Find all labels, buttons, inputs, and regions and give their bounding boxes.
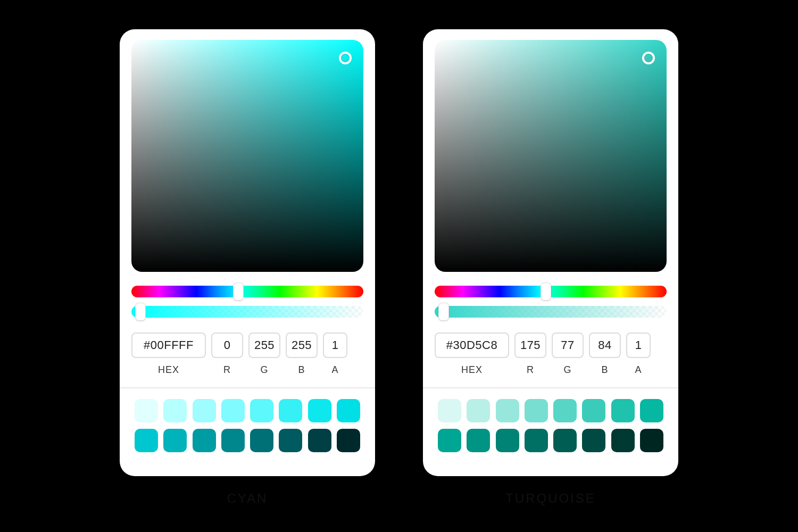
r-field: 175 R bbox=[514, 332, 546, 376]
swatch[interactable] bbox=[640, 429, 663, 452]
g-input[interactable]: 255 bbox=[248, 332, 280, 358]
sv-cursor-icon[interactable] bbox=[642, 52, 655, 64]
picker-column-turquoise: #30D5C8 HEX 175 R 77 G 84 B 1 A bbox=[423, 29, 678, 506]
value-inputs: #30D5C8 HEX 175 R 77 G 84 B 1 A bbox=[435, 332, 667, 376]
color-picker-panel: #30D5C8 HEX 175 R 77 G 84 B 1 A bbox=[423, 29, 678, 476]
swatch[interactable] bbox=[611, 429, 635, 452]
swatch[interactable] bbox=[640, 399, 663, 422]
swatches-area bbox=[435, 388, 667, 471]
swatch[interactable] bbox=[553, 399, 577, 422]
sliders-group bbox=[435, 286, 667, 318]
swatch[interactable] bbox=[438, 399, 461, 422]
swatch[interactable] bbox=[582, 399, 605, 422]
b-input[interactable]: 255 bbox=[286, 332, 318, 358]
swatch-row-dark-0 bbox=[135, 429, 360, 452]
g-field: 255 G bbox=[248, 332, 280, 376]
swatch[interactable] bbox=[611, 399, 635, 422]
picker-caption: CYAN bbox=[227, 491, 268, 506]
swatch[interactable] bbox=[496, 429, 519, 452]
r-input[interactable]: 175 bbox=[514, 332, 546, 358]
swatch-row-light-0 bbox=[135, 399, 360, 422]
r-input[interactable]: 0 bbox=[211, 332, 243, 358]
sliders-group bbox=[131, 286, 363, 318]
swatch[interactable] bbox=[135, 429, 158, 452]
a-field: 1 A bbox=[626, 332, 651, 376]
g-label: G bbox=[563, 364, 571, 376]
swatch[interactable] bbox=[337, 399, 360, 422]
a-field: 1 A bbox=[323, 332, 347, 376]
b-field: 84 B bbox=[589, 332, 621, 376]
hex-field: #30D5C8 HEX bbox=[435, 332, 509, 376]
swatch[interactable] bbox=[193, 429, 216, 452]
saturation-value-area[interactable] bbox=[131, 40, 363, 272]
b-label: B bbox=[601, 364, 608, 376]
swatch[interactable] bbox=[308, 429, 331, 452]
swatch[interactable] bbox=[193, 399, 216, 422]
hex-input[interactable]: #30D5C8 bbox=[435, 332, 509, 358]
swatch[interactable] bbox=[250, 399, 273, 422]
swatch[interactable] bbox=[135, 399, 158, 422]
swatch[interactable] bbox=[525, 429, 548, 452]
hue-slider[interactable] bbox=[131, 286, 363, 297]
saturation-value-area[interactable] bbox=[435, 40, 667, 272]
swatch[interactable] bbox=[279, 399, 302, 422]
g-field: 77 G bbox=[552, 332, 584, 376]
b-input[interactable]: 84 bbox=[589, 332, 621, 358]
hue-slider-thumb[interactable] bbox=[541, 283, 551, 300]
swatch[interactable] bbox=[250, 429, 273, 452]
r-field: 0 R bbox=[211, 332, 243, 376]
r-label: R bbox=[527, 364, 534, 376]
color-picker-panel: #00FFFF HEX 0 R 255 G 255 B 1 A bbox=[120, 29, 375, 476]
swatch[interactable] bbox=[525, 399, 548, 422]
sv-cursor-icon[interactable] bbox=[339, 52, 352, 64]
g-label: G bbox=[260, 364, 268, 376]
swatch[interactable] bbox=[467, 429, 490, 452]
a-input[interactable]: 1 bbox=[626, 332, 651, 358]
a-label: A bbox=[635, 364, 642, 376]
swatch[interactable] bbox=[163, 429, 187, 452]
r-label: R bbox=[223, 364, 231, 376]
value-inputs: #00FFFF HEX 0 R 255 G 255 B 1 A bbox=[131, 332, 363, 376]
swatch[interactable] bbox=[279, 429, 302, 452]
alpha-slider[interactable] bbox=[435, 306, 667, 318]
hex-field: #00FFFF HEX bbox=[131, 332, 206, 376]
alpha-slider[interactable] bbox=[131, 306, 363, 318]
a-label: A bbox=[331, 364, 338, 376]
hue-slider[interactable] bbox=[435, 286, 667, 297]
swatch[interactable] bbox=[438, 429, 461, 452]
g-input[interactable]: 77 bbox=[552, 332, 584, 358]
hue-slider-thumb[interactable] bbox=[234, 283, 243, 300]
swatch[interactable] bbox=[163, 399, 187, 422]
swatches-area bbox=[131, 388, 363, 471]
swatch-row-dark-1 bbox=[438, 429, 663, 452]
hex-input[interactable]: #00FFFF bbox=[131, 332, 206, 358]
hex-label: HEX bbox=[461, 364, 483, 376]
swatch[interactable] bbox=[467, 399, 490, 422]
swatch[interactable] bbox=[496, 399, 519, 422]
swatch[interactable] bbox=[553, 429, 577, 452]
swatch-row-light-1 bbox=[438, 399, 663, 422]
swatch[interactable] bbox=[221, 399, 245, 422]
hex-label: HEX bbox=[158, 364, 179, 376]
swatch[interactable] bbox=[308, 399, 331, 422]
picker-caption: TURQUOISE bbox=[505, 491, 596, 506]
b-field: 255 B bbox=[286, 332, 318, 376]
alpha-slider-thumb[interactable] bbox=[136, 303, 145, 320]
swatch[interactable] bbox=[337, 429, 360, 452]
b-label: B bbox=[298, 364, 305, 376]
alpha-slider-thumb[interactable] bbox=[439, 303, 448, 320]
swatch[interactable] bbox=[221, 429, 245, 452]
picker-column-cyan: #00FFFF HEX 0 R 255 G 255 B 1 A bbox=[120, 29, 375, 506]
stage: #00FFFF HEX 0 R 255 G 255 B 1 A bbox=[0, 0, 798, 532]
swatch[interactable] bbox=[582, 429, 605, 452]
a-input[interactable]: 1 bbox=[323, 332, 347, 358]
